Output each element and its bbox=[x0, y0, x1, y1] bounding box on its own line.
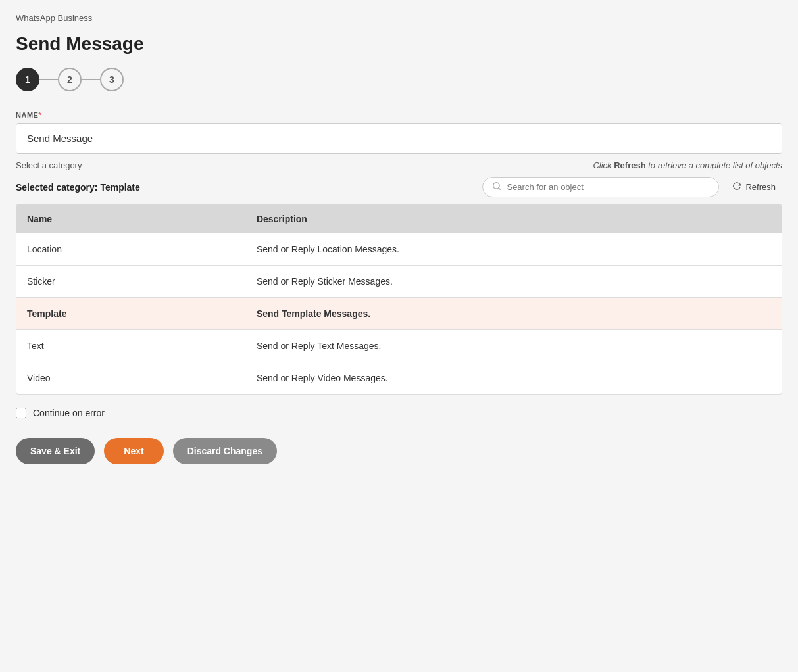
table-cell-description: Send or Reply Sticker Messages. bbox=[246, 266, 782, 298]
stepper: 1 2 3 bbox=[16, 68, 782, 91]
table-body: Location Send or Reply Location Messages… bbox=[16, 233, 782, 394]
table-cell-description: Send or Reply Video Messages. bbox=[246, 362, 782, 395]
table-header: Name Description bbox=[16, 204, 782, 233]
selected-category-label: Selected category: Template bbox=[16, 182, 140, 193]
refresh-hint: Click Refresh to retrieve a complete lis… bbox=[593, 160, 782, 170]
table-cell-name: Location bbox=[16, 233, 246, 266]
table-row[interactable]: Text Send or Reply Text Messages. bbox=[16, 330, 782, 362]
continue-on-error-checkbox[interactable] bbox=[16, 408, 26, 418]
save-exit-button[interactable]: Save & Exit bbox=[16, 438, 95, 464]
table-cell-description: Send Template Messages. bbox=[246, 298, 782, 330]
select-category-label: Select a category bbox=[16, 160, 82, 170]
step-connector-2 bbox=[82, 79, 100, 80]
table-cell-description: Send or Reply Text Messages. bbox=[246, 330, 782, 362]
category-header: Select a category Click Refresh to retri… bbox=[16, 160, 782, 170]
footer-buttons: Save & Exit Next Discard Changes bbox=[16, 438, 782, 464]
category-controls: Selected category: Template bbox=[16, 177, 782, 197]
refresh-button[interactable]: Refresh bbox=[726, 178, 782, 197]
required-star: * bbox=[38, 111, 41, 119]
next-button[interactable]: Next bbox=[104, 438, 163, 464]
name-label: NAME* bbox=[16, 111, 782, 119]
table-cell-name: Sticker bbox=[16, 266, 246, 298]
table-row[interactable]: Template Send Template Messages. bbox=[16, 298, 782, 330]
step-2[interactable]: 2 bbox=[58, 68, 82, 91]
column-header-name: Name bbox=[16, 204, 246, 233]
continue-on-error-row: Continue on error bbox=[16, 408, 782, 418]
category-section: Select a category Click Refresh to retri… bbox=[16, 160, 782, 395]
table-row[interactable]: Sticker Send or Reply Sticker Messages. bbox=[16, 266, 782, 298]
name-field-wrapper: NAME* bbox=[16, 111, 782, 154]
search-box[interactable] bbox=[482, 177, 719, 197]
svg-line-1 bbox=[499, 188, 501, 190]
table-row[interactable]: Location Send or Reply Location Messages… bbox=[16, 233, 782, 266]
step-1[interactable]: 1 bbox=[16, 68, 39, 91]
search-input[interactable] bbox=[507, 182, 709, 192]
table-cell-name: Video bbox=[16, 362, 246, 395]
name-input[interactable] bbox=[16, 123, 782, 154]
table-cell-description: Send or Reply Location Messages. bbox=[246, 233, 782, 266]
step-3[interactable]: 3 bbox=[100, 68, 124, 91]
breadcrumb[interactable]: WhatsApp Business bbox=[16, 13, 782, 23]
column-header-description: Description bbox=[246, 204, 782, 233]
discard-changes-button[interactable]: Discard Changes bbox=[173, 438, 277, 464]
table-cell-name: Template bbox=[16, 298, 246, 330]
page-container: WhatsApp Business Send Message 1 2 3 NAM… bbox=[0, 0, 798, 672]
continue-on-error-label: Continue on error bbox=[33, 408, 105, 418]
search-refresh-row: Refresh bbox=[482, 177, 782, 197]
table-container: Name Description Location Send or Reply … bbox=[16, 204, 782, 395]
table-cell-name: Text bbox=[16, 330, 246, 362]
page-title: Send Message bbox=[16, 34, 782, 55]
step-connector-1 bbox=[39, 79, 58, 80]
table-row[interactable]: Video Send or Reply Video Messages. bbox=[16, 362, 782, 395]
search-icon bbox=[492, 181, 501, 193]
data-table: Name Description Location Send or Reply … bbox=[16, 204, 782, 394]
refresh-icon bbox=[732, 181, 741, 193]
